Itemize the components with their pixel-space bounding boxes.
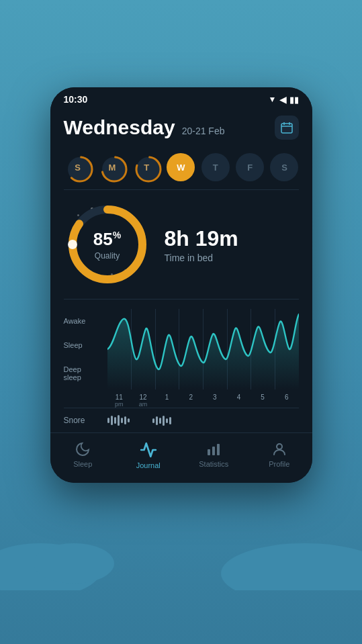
day-m[interactable]: M xyxy=(98,153,126,181)
background-clouds xyxy=(0,510,362,590)
chart-x-labels: 11pm 12am 1 2 3 4 5 6 xyxy=(107,389,299,408)
day-t2[interactable]: T xyxy=(201,153,230,181)
phone-frame: 10:30 ▼ ◀ ▮▮ Wednesday 20-21 Feb xyxy=(50,87,312,483)
calendar-button[interactable] xyxy=(275,116,299,140)
snore-label: Snore xyxy=(64,416,107,425)
bottom-nav: Sleep Journal Statistics Profile xyxy=(50,432,312,483)
day-header-left: Wednesday 20-21 Feb xyxy=(64,116,225,139)
sleep-time: 8h 19m xyxy=(165,226,238,251)
x-label-4: 4 xyxy=(227,394,251,408)
svg-point-16 xyxy=(277,444,282,449)
chart-graph xyxy=(107,309,299,389)
day-w[interactable]: W xyxy=(167,153,195,181)
x-label-1: 1 xyxy=(155,394,179,408)
nav-sleep-label: Sleep xyxy=(73,460,92,468)
week-days: S M T W xyxy=(64,148,299,190)
nav-profile-label: Profile xyxy=(269,460,289,468)
phone-content: Wednesday 20-21 Feb S xyxy=(50,109,312,432)
svg-rect-0 xyxy=(281,124,292,133)
y-label-deepsleep: Deepsleep xyxy=(64,365,107,381)
chart-wrapper: Awake Sleep Deepsleep xyxy=(64,309,299,389)
svg-rect-15 xyxy=(217,444,220,455)
sleep-icon xyxy=(75,441,91,457)
signal-icon: ◀ xyxy=(279,94,287,105)
day-name: Wednesday xyxy=(64,116,175,139)
nav-journal[interactable]: Journal xyxy=(116,439,181,472)
svg-rect-13 xyxy=(208,449,210,455)
nav-sleep[interactable]: Sleep xyxy=(50,439,116,472)
day-f[interactable]: F xyxy=(236,153,264,181)
statistics-icon xyxy=(206,441,222,457)
sleep-chart: Awake Sleep Deepsleep xyxy=(64,300,299,408)
y-label-awake: Awake xyxy=(64,317,107,325)
day-header: Wednesday 20-21 Feb xyxy=(64,109,299,148)
x-label-2: 2 xyxy=(179,394,203,408)
nav-journal-label: Journal xyxy=(136,461,161,469)
nav-profile[interactable]: Profile xyxy=(246,439,312,472)
status-time: 10:30 xyxy=(64,94,88,105)
quality-center: 85% Quality xyxy=(93,229,121,261)
chart-y-labels: Awake Sleep Deepsleep xyxy=(64,309,107,389)
quality-percent: 85% xyxy=(93,229,121,250)
status-icons: ▼ ◀ ▮▮ xyxy=(269,94,299,105)
y-label-sleep: Sleep xyxy=(64,341,107,349)
snore-section: Snore xyxy=(64,408,299,432)
x-label-12: 12am xyxy=(131,394,155,408)
sleep-quality-section: 85% Quality 8h 19m Time in bed xyxy=(64,190,299,300)
svg-rect-14 xyxy=(212,447,215,455)
day-s1[interactable]: S xyxy=(64,153,92,181)
journal-icon xyxy=(140,441,157,459)
x-label-6: 6 xyxy=(275,394,299,408)
nav-statistics[interactable]: Statistics xyxy=(181,439,247,472)
nav-statistics-label: Statistics xyxy=(199,460,228,468)
x-label-11: 11pm xyxy=(107,394,132,408)
quality-label: Quality xyxy=(93,251,121,261)
sleep-stats: 8h 19m Time in bed xyxy=(165,226,238,263)
quality-donut: 85% Quality xyxy=(64,201,151,288)
snore-waves xyxy=(107,415,299,426)
x-label-5: 5 xyxy=(251,394,275,408)
profile-icon xyxy=(271,441,287,457)
status-bar: 10:30 ▼ ◀ ▮▮ xyxy=(50,87,312,109)
day-date: 20-21 Feb xyxy=(182,126,225,136)
day-s2[interactable]: S xyxy=(270,153,298,181)
day-t1[interactable]: T xyxy=(132,153,161,181)
wifi-icon: ▼ xyxy=(269,95,277,104)
x-label-3: 3 xyxy=(203,394,227,408)
battery-icon: ▮▮ xyxy=(289,95,299,105)
sleep-time-label: Time in bed xyxy=(165,252,238,263)
